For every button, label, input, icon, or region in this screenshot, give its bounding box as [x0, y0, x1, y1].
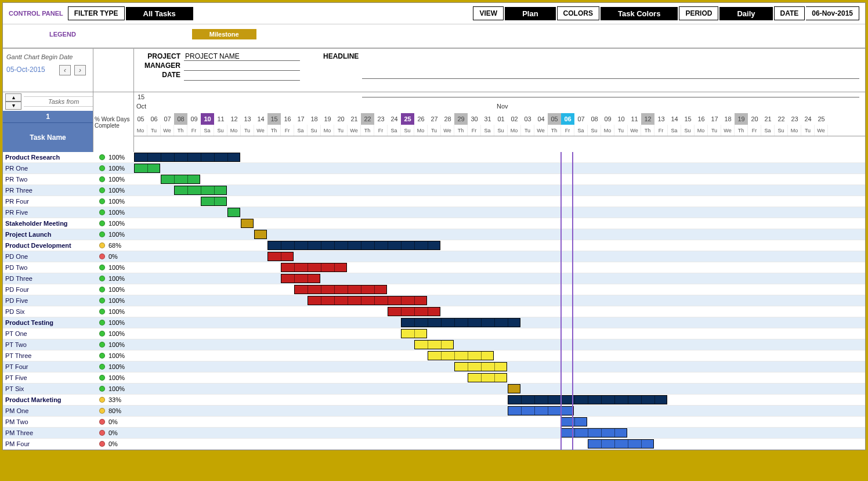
filter-type-select[interactable]: All Tasks	[126, 7, 193, 20]
status-dot	[99, 331, 105, 337]
weekday-label: Su	[681, 125, 695, 136]
task-name[interactable]: PR Five	[3, 209, 93, 216]
gantt-bar[interactable]	[508, 395, 667, 404]
day-number: 04	[534, 113, 548, 125]
task-name[interactable]: PM One	[3, 407, 93, 414]
gantt-bar[interactable]	[508, 384, 520, 393]
task-name[interactable]: PR Three	[3, 187, 93, 194]
date-value[interactable]: 06-Nov-2015	[806, 6, 859, 20]
task-name[interactable]: Product Marketing	[3, 396, 93, 403]
task-name[interactable]: PT Three	[3, 352, 93, 359]
gantt-bar[interactable]	[308, 296, 427, 305]
weekday-label: Tu	[521, 125, 534, 136]
gantt-bar[interactable]	[388, 307, 440, 316]
status-dot	[99, 254, 105, 259]
task-name[interactable]: PT Six	[3, 385, 93, 392]
task-name[interactable]: PM Two	[3, 418, 93, 425]
weekday-label: Th	[641, 125, 654, 136]
day-number: 07	[161, 113, 174, 125]
gantt-bar[interactable]	[281, 263, 347, 272]
day-number: 10	[201, 113, 214, 125]
pct-complete: 100%	[108, 330, 125, 337]
timeline-header: 15 OctNov 050607080910111213141516171819…	[134, 92, 865, 136]
gantt-bar[interactable]	[468, 373, 507, 382]
weekday-label: We	[534, 125, 548, 136]
gantt-bar[interactable]	[134, 164, 160, 173]
day-number: 06	[147, 113, 161, 125]
task-name[interactable]: PM Three	[3, 429, 93, 436]
gantt-bar[interactable]	[281, 274, 320, 283]
page-number: 1	[3, 111, 93, 122]
task-name[interactable]: Product Research	[3, 154, 93, 161]
weekday-label: Th	[735, 125, 748, 136]
task-name[interactable]: Project Launch	[3, 231, 93, 238]
task-name[interactable]: PR One	[3, 165, 93, 172]
weekday-label: Su	[214, 125, 227, 136]
gantt-bar[interactable]	[267, 252, 294, 261]
task-name[interactable]: PR Four	[3, 198, 93, 205]
task-name[interactable]: PD Three	[3, 275, 93, 282]
day-number: 17	[294, 113, 308, 125]
gantt-bar[interactable]	[561, 417, 587, 426]
weekday-label: Sa	[481, 125, 494, 136]
weekday-label: Sa	[761, 125, 775, 136]
gantt-bar[interactable]	[267, 241, 440, 250]
scroll-up-button[interactable]: ▴	[5, 93, 21, 102]
colors-select[interactable]: Task Colors	[601, 7, 678, 20]
task-status-col: 100%100%100%100%100%100%100%100%68%0%100…	[93, 152, 134, 450]
task-name[interactable]: Product Testing	[3, 319, 93, 326]
gantt-bar[interactable]	[428, 351, 494, 360]
project-date-field[interactable]	[184, 72, 300, 81]
task-name[interactable]: PT Five	[3, 374, 93, 381]
gantt-bar[interactable]	[561, 428, 627, 437]
gantt-bar[interactable]	[161, 175, 200, 184]
weekday-label: Su	[401, 125, 414, 136]
gantt-bar[interactable]	[454, 362, 507, 371]
view-select[interactable]: Plan	[505, 7, 555, 20]
gantt-bar[interactable]	[201, 197, 227, 206]
gantt-bar[interactable]	[508, 406, 574, 415]
prev-date-button[interactable]: ‹	[59, 65, 71, 75]
task-name[interactable]: PM Four	[3, 440, 93, 447]
period-select[interactable]: Daily	[719, 7, 772, 20]
task-name[interactable]: PT One	[3, 330, 93, 337]
task-name[interactable]: PD Two	[3, 264, 93, 271]
gantt-bar[interactable]	[401, 318, 520, 327]
task-name[interactable]: PT Two	[3, 341, 93, 348]
weekday-label: Mo	[695, 125, 708, 136]
day-number: 19	[735, 113, 748, 125]
scroll-down-button[interactable]: ▾	[5, 102, 21, 110]
pct-complete: 100%	[108, 275, 125, 282]
manager-label: MANAGER	[140, 62, 180, 70]
gantt-bar[interactable]	[588, 439, 654, 449]
manager-field[interactable]	[184, 62, 300, 71]
next-date-button[interactable]: ›	[74, 65, 86, 75]
headline-field-1[interactable]	[362, 71, 859, 79]
status-dot	[99, 220, 105, 226]
task-name[interactable]: PT Four	[3, 363, 93, 370]
task-name[interactable]: PD Five	[3, 297, 93, 304]
pct-complete: 0%	[108, 429, 118, 436]
weekday-label: Fr	[654, 125, 668, 136]
weekday-label: Mo	[227, 125, 241, 136]
task-name[interactable]: PR Two	[3, 176, 93, 183]
gantt-bar[interactable]	[227, 208, 240, 217]
status-dot	[99, 276, 105, 281]
gantt-bar[interactable]	[414, 340, 454, 349]
gantt-bar[interactable]	[254, 230, 267, 239]
begin-date-value[interactable]: 05-Oct-2015	[6, 66, 45, 74]
status-dot	[99, 287, 105, 292]
gantt-bar[interactable]	[134, 153, 240, 162]
gantt-bar[interactable]	[401, 329, 427, 338]
day-number: 11	[628, 113, 641, 125]
gantt-bar[interactable]	[241, 219, 254, 228]
gantt-bar[interactable]	[294, 285, 387, 294]
project-name-field[interactable]: PROJECT NAME	[184, 52, 300, 61]
task-name[interactable]: PD One	[3, 253, 93, 260]
gantt-bar[interactable]	[174, 186, 227, 195]
task-name[interactable]: Stakeholder Meeting	[3, 220, 93, 227]
month-label: Nov	[497, 103, 508, 110]
task-name[interactable]: PD Four	[3, 286, 93, 293]
task-name[interactable]: PD Six	[3, 308, 93, 315]
task-name[interactable]: Product Development	[3, 242, 93, 249]
